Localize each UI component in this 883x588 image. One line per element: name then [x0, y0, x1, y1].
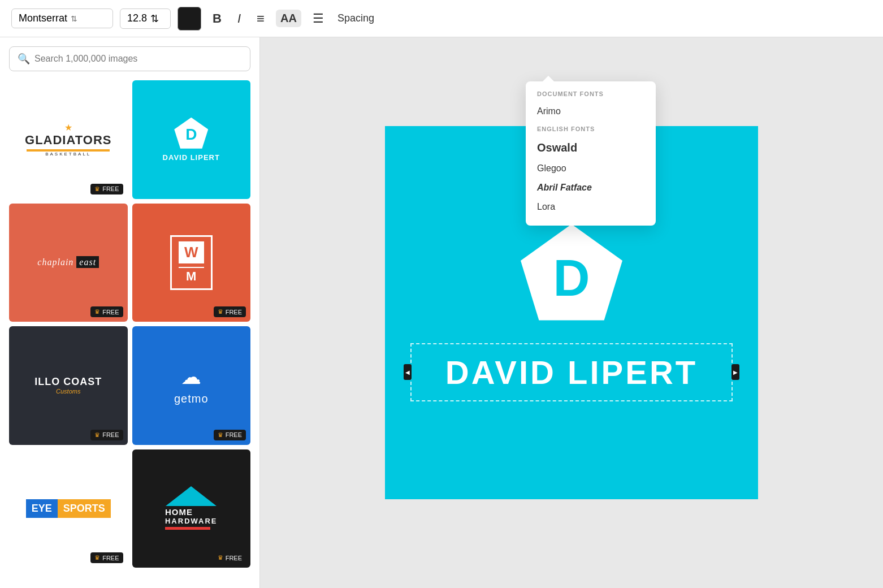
list-item[interactable]: ★ GLADIATORS BASKETBALL ♛ FREE	[9, 80, 128, 199]
free-badge: ♛ FREE	[90, 184, 123, 194]
template-sports-label: SPORTS	[58, 499, 111, 518]
font-selector[interactable]: Montserrat ⇅	[11, 8, 113, 28]
font-size-selector[interactable]: 12.8 ⇅	[120, 8, 171, 29]
list-item[interactable]: HOME HARDWARE ♛ FREE	[132, 449, 251, 568]
template-label: getmo	[174, 392, 209, 405]
template-label: DAVID LIPERT	[163, 153, 220, 162]
font-name-label: Montserrat	[19, 12, 67, 24]
spacing-label[interactable]: Spacing	[337, 12, 374, 24]
italic-button[interactable]: I	[233, 8, 245, 29]
list-item[interactable]: ☁ getmo ♛ FREE	[132, 326, 251, 445]
template-letter-w: W	[184, 244, 198, 261]
canvas-area: DOCUMENT FONTS Arimo ENGLISH FONTS Oswal…	[260, 37, 883, 588]
text-handle-right[interactable]: ▶	[731, 364, 739, 380]
font-dropdown: DOCUMENT FONTS Arimo ENGLISH FONTS Oswal…	[526, 81, 656, 226]
crown-icon: ♛	[94, 554, 100, 561]
list-item[interactable]: EYE SPORTS ♛ FREE	[9, 449, 128, 568]
text-handle-left[interactable]: ◀	[404, 364, 412, 380]
crown-icon: ♛	[218, 554, 223, 561]
dropdown-section-label-1: DOCUMENT FONTS	[526, 90, 656, 102]
template-grid: ★ GLADIATORS BASKETBALL ♛ FREE D DAVID L…	[9, 80, 250, 568]
dropdown-font-abril[interactable]: Abril Fatface	[526, 178, 656, 197]
list-item[interactable]: D DAVID LIPERT	[132, 80, 251, 199]
font-size-arrows: ⇅	[150, 12, 159, 25]
sidebar: 🔍 ★ GLADIATORS BASKETBALL ♛ FREE	[0, 37, 260, 588]
main-area: 🔍 ★ GLADIATORS BASKETBALL ♛ FREE	[0, 37, 883, 588]
dropdown-font-lora[interactable]: Lora	[526, 197, 656, 217]
free-badge: ♛ FREE	[214, 552, 246, 563]
align-button[interactable]: ≡	[252, 7, 269, 30]
template-eye-label: EYE	[26, 499, 58, 518]
list-item[interactable]: ILLO COAST Customs ♛ FREE	[9, 326, 128, 445]
canvas-pentagon-letter: D	[553, 253, 590, 304]
canvas-pentagon-wrap: D	[521, 224, 622, 321]
template-label: GLADIATORS	[25, 133, 111, 148]
dropdown-font-glegoo[interactable]: Glegoo	[526, 159, 656, 178]
list-button[interactable]: ☰	[308, 8, 328, 29]
template-sublabel: BASKETBALL	[45, 152, 91, 157]
text-selection-box[interactable]: ◀ DAVID LIPERT ▶	[410, 343, 733, 401]
dropdown-font-oswald[interactable]: Oswald	[526, 137, 656, 159]
pentagon-letter: D	[185, 126, 197, 144]
color-swatch[interactable]	[178, 7, 201, 31]
template-letter-m: M	[186, 269, 196, 284]
crown-icon: ♛	[218, 431, 223, 439]
template-label: chaplain east	[37, 257, 99, 267]
free-badge: ♛ FREE	[90, 430, 123, 440]
crown-icon: ♛	[94, 308, 100, 315]
cloud-icon: ☁	[181, 365, 201, 389]
dropdown-section-2: ENGLISH FONTS Oswald Glegoo Abril Fatfac…	[526, 121, 656, 217]
search-icon: 🔍	[18, 53, 30, 65]
template-sublabel: HARDWARE	[165, 517, 218, 525]
font-size-value: 12.8	[127, 12, 147, 24]
list-item[interactable]: chaplain east ♛ FREE	[9, 204, 128, 322]
toolbar: Montserrat ⇅ 12.8 ⇅ B I ≡ AA ☰ Spacing	[0, 0, 883, 37]
canvas-main-text[interactable]: DAVID LIPERT	[445, 353, 698, 391]
free-badge: ♛ FREE	[90, 552, 123, 563]
font-selector-arrows: ⇅	[71, 14, 77, 23]
canvas-pentagon: D	[521, 224, 622, 321]
roof-icon	[166, 486, 217, 506]
template-label: ILLO COAST	[34, 376, 102, 388]
pentagon-shape: D	[174, 118, 208, 149]
crown-icon: ♛	[94, 185, 100, 193]
list-item[interactable]: W M ♛ FREE	[132, 204, 251, 322]
search-box[interactable]: 🔍	[9, 46, 250, 71]
template-box: W M	[170, 235, 213, 290]
free-badge: ♛ FREE	[90, 306, 123, 317]
search-input[interactable]	[34, 54, 242, 64]
crown-icon: ♛	[94, 431, 100, 439]
star-icon: ★	[64, 122, 72, 133]
free-badge: ♛ FREE	[214, 430, 246, 440]
dropdown-section-label-2: ENGLISH FONTS	[526, 126, 656, 137]
template-label: HOME	[165, 507, 218, 517]
aa-button[interactable]: AA	[276, 10, 301, 27]
dropdown-font-arimo[interactable]: Arimo	[526, 102, 656, 121]
crown-icon: ♛	[218, 308, 223, 315]
template-sublabel: Customs	[56, 388, 80, 395]
bold-button[interactable]: B	[208, 8, 226, 29]
free-badge: ♛ FREE	[214, 306, 246, 317]
